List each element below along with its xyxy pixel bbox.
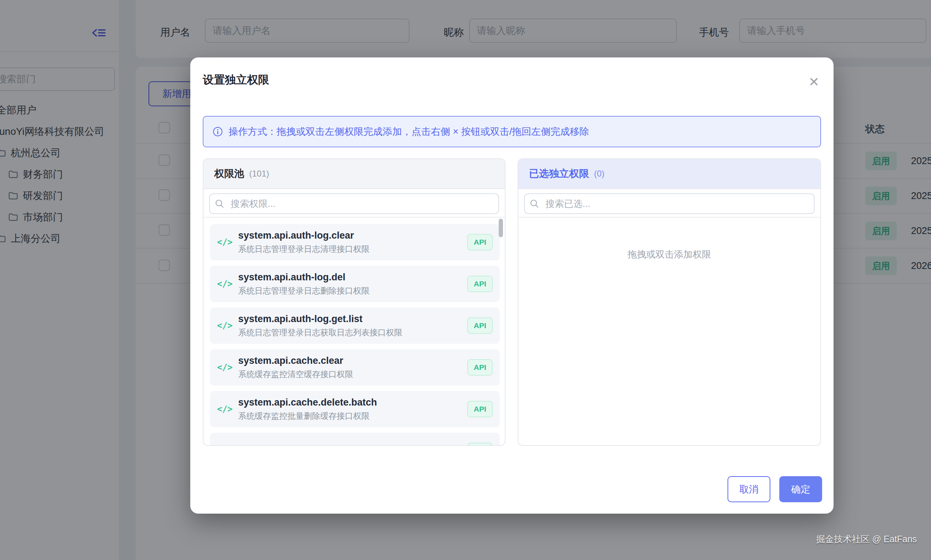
- permission-desc: 系统缓存监控批量删除缓存接口权限: [238, 411, 462, 422]
- api-tag: API: [467, 234, 493, 251]
- permission-item[interactable]: </> system.api.auth-log.get.list 系统日志管理登…: [210, 308, 500, 344]
- set-permissions-modal: 设置独立权限 ✕ 操作方式：拖拽或双击左侧权限完成添加，点击右侧 × 按钮或双击…: [190, 57, 834, 514]
- selected-count: (0): [594, 169, 604, 179]
- permission-name: system.api.cache.delete.batch: [238, 397, 462, 408]
- permission-desc: 系统缓存监控清空缓存接口权限: [238, 369, 462, 380]
- pool-title: 权限池: [214, 167, 244, 180]
- permission-item[interactable]: </> system.api.cache.delete.batch 系统缓存监控…: [210, 391, 500, 427]
- permission-name: system.api.auth-log.clear: [238, 230, 462, 241]
- pool-search-input[interactable]: [209, 193, 499, 214]
- permission-name: system.api.cache.clear: [238, 355, 462, 366]
- code-icon: </>: [217, 279, 232, 289]
- cancel-button[interactable]: 取消: [727, 476, 770, 502]
- pool-search-wrap: [204, 189, 505, 218]
- api-tag: API: [467, 443, 493, 446]
- pool-panel-header: 权限池 (101): [204, 159, 505, 189]
- close-icon[interactable]: ✕: [805, 73, 823, 91]
- permission-desc: 系统日志管理登录日志获取日志列表接口权限: [238, 327, 462, 338]
- empty-state-text: 拖拽或双击添加权限: [518, 248, 820, 261]
- selected-search-wrap: [518, 189, 820, 218]
- permission-name: system.api.auth-log.get.list: [238, 314, 462, 325]
- permission-list: </> system.api.auth-log.clear 系统日志管理登录日志…: [204, 218, 505, 446]
- selected-panel-header: 已选独立权限 (0): [518, 159, 820, 189]
- instruction-text: 操作方式：拖拽或双击左侧权限完成添加，点击右侧 × 按钮或双击/拖回左侧完成移除: [229, 125, 589, 138]
- confirm-button[interactable]: 确定: [779, 476, 822, 502]
- pool-count: (101): [249, 169, 269, 179]
- modal-title: 设置独立权限: [203, 72, 269, 88]
- code-icon: </>: [217, 362, 232, 372]
- permission-name: system.api.cache.delete.key: [238, 444, 462, 446]
- permission-name: system.api.auth-log.del: [238, 272, 462, 283]
- code-icon: </>: [217, 321, 232, 331]
- permission-desc: 系统日志管理登录日志清理接口权限: [238, 244, 462, 255]
- instruction-banner: 操作方式：拖拽或双击左侧权限完成添加，点击右侧 × 按钮或双击/拖回左侧完成移除: [203, 116, 821, 147]
- permission-item[interactable]: </> system.api.cache.delete.key API: [210, 433, 500, 446]
- selected-permissions-panel: 已选独立权限 (0) 拖拽或双击添加权限: [517, 158, 821, 446]
- code-icon: </>: [217, 404, 232, 414]
- list-scrollbar[interactable]: [499, 218, 503, 237]
- app-screen: 全部用户 JunoYi网络科技有限公司 杭州总公司 财务部门 研发部门 市场部门…: [0, 0, 931, 560]
- api-tag: API: [467, 276, 493, 292]
- permission-item[interactable]: </> system.api.cache.clear 系统缓存监控清空缓存接口权…: [210, 349, 500, 386]
- permission-item[interactable]: </> system.api.auth-log.del 系统日志管理登录日志删除…: [210, 266, 500, 302]
- selected-title: 已选独立权限: [529, 167, 589, 180]
- permission-pool-panel: 权限池 (101) </> system.api.auth-log.clear …: [203, 158, 505, 446]
- permission-item[interactable]: </> system.api.auth-log.clear 系统日志管理登录日志…: [210, 224, 500, 260]
- api-tag: API: [467, 401, 493, 417]
- watermark-text: 掘金技术社区 @ EatFans: [816, 533, 917, 545]
- api-tag: API: [467, 317, 493, 334]
- api-tag: API: [467, 359, 493, 375]
- selected-search-input[interactable]: [524, 193, 815, 214]
- info-icon: [213, 127, 223, 137]
- code-icon: </>: [217, 237, 232, 247]
- permission-desc: 系统日志管理登录日志删除接口权限: [238, 285, 462, 296]
